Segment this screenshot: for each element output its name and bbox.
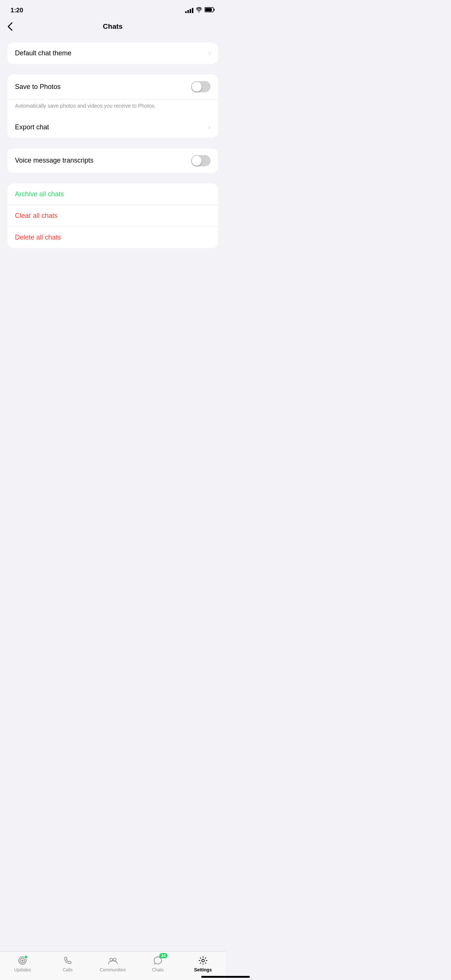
export-chat-row[interactable]: Export chat › xyxy=(8,117,218,138)
voice-transcripts-row[interactable]: Voice message transcripts xyxy=(8,148,218,173)
save-photos-card: Save to Photos Automatically save photos… xyxy=(8,75,218,138)
archive-all-chats-label: Archive all chats xyxy=(15,190,64,198)
delete-all-chats-label: Delete all chats xyxy=(15,234,61,242)
theme-card: Default chat theme › xyxy=(8,43,218,64)
voice-transcripts-toggle[interactable] xyxy=(191,155,210,166)
nav-header: Chats xyxy=(0,19,225,37)
voice-transcripts-label: Voice message transcripts xyxy=(15,157,94,164)
save-to-photos-toggle[interactable] xyxy=(191,81,210,92)
actions-card: Archive all chats Clear all chats Delete… xyxy=(8,183,218,248)
default-chat-theme-row[interactable]: Default chat theme › xyxy=(8,43,218,64)
voice-transcripts-card: Voice message transcripts xyxy=(8,148,218,173)
voice-transcripts-group: Voice message transcripts xyxy=(8,148,218,173)
clear-all-chats-row[interactable]: Clear all chats xyxy=(8,205,218,227)
wifi-icon xyxy=(196,7,202,14)
toggle-knob xyxy=(192,82,202,92)
save-to-photos-row[interactable]: Save to Photos xyxy=(8,75,218,99)
svg-rect-2 xyxy=(205,8,212,11)
battery-icon xyxy=(204,7,215,14)
content-area: Default chat theme › Save to Photos Auto… xyxy=(0,37,225,302)
save-photos-group: Save to Photos Automatically save photos… xyxy=(8,75,218,138)
theme-group: Default chat theme › xyxy=(8,43,218,64)
back-button[interactable] xyxy=(8,22,13,31)
status-bar: 1:20 xyxy=(0,0,225,19)
status-time: 1:20 xyxy=(11,7,23,14)
archive-all-chats-row[interactable]: Archive all chats xyxy=(8,183,218,205)
chevron-right-icon: › xyxy=(208,49,210,57)
default-chat-theme-label: Default chat theme xyxy=(15,49,72,57)
actions-group: Archive all chats Clear all chats Delete… xyxy=(8,183,218,248)
chevron-right-icon-2: › xyxy=(208,123,210,131)
delete-all-chats-row[interactable]: Delete all chats xyxy=(8,227,218,248)
save-to-photos-description: Automatically save photos and videos you… xyxy=(8,99,218,117)
export-chat-label: Export chat xyxy=(15,123,49,131)
signal-bars-icon xyxy=(185,8,193,13)
clear-all-chats-label: Clear all chats xyxy=(15,212,57,220)
svg-rect-1 xyxy=(214,9,215,11)
page-title: Chats xyxy=(103,22,123,31)
toggle-knob-2 xyxy=(192,156,202,165)
save-to-photos-label: Save to Photos xyxy=(15,83,61,91)
status-icons xyxy=(185,7,215,14)
